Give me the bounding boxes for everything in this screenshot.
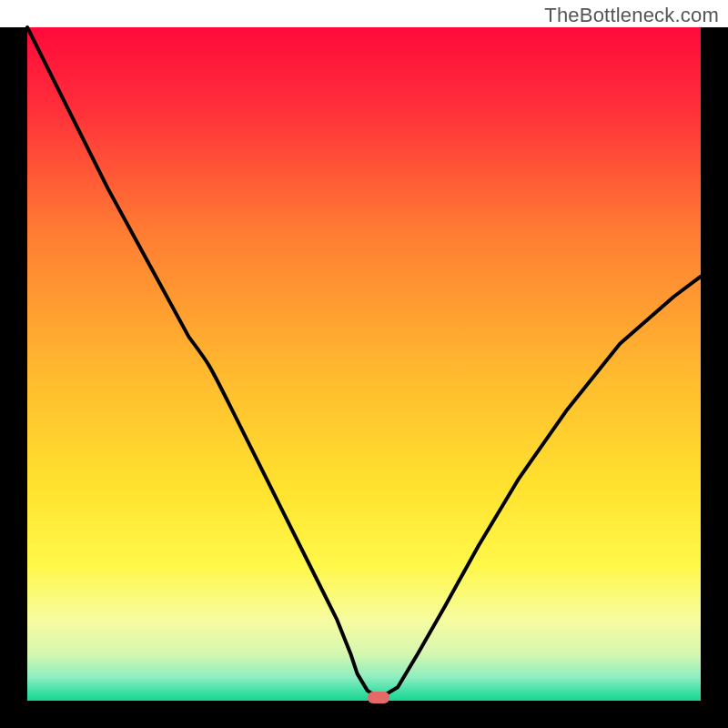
plot-background (27, 27, 701, 701)
frame-right-border (701, 27, 728, 728)
watermark-label: TheBottleneck.com (544, 4, 719, 27)
chart-frame: TheBottleneck.com (0, 0, 728, 728)
bottleneck-chart (0, 0, 728, 728)
frame-left-border (0, 27, 27, 728)
frame-bottom-border (0, 701, 728, 728)
optimal-point-marker (368, 692, 389, 703)
